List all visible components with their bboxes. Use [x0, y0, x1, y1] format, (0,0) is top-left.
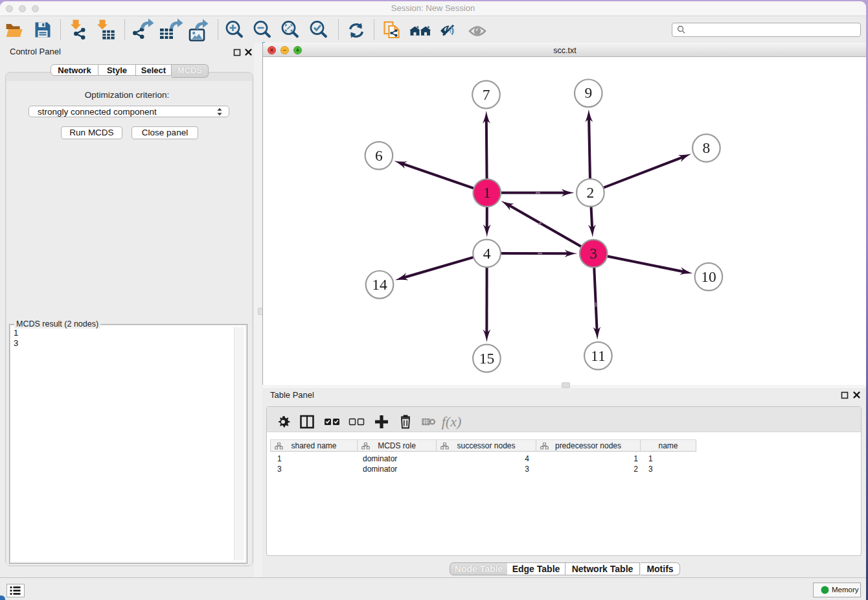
svg-text:14: 14 — [372, 276, 387, 293]
svg-text:7: 7 — [483, 86, 490, 103]
svg-text:8: 8 — [703, 139, 711, 156]
svg-text:f(x): f(x) — [442, 413, 462, 430]
svg-text:10: 10 — [701, 268, 716, 285]
svg-text:6: 6 — [375, 147, 383, 164]
svg-text:2: 2 — [587, 184, 595, 201]
svg-text:9: 9 — [584, 84, 592, 101]
svg-text:11: 11 — [591, 347, 606, 364]
svg-text:1: 1 — [483, 184, 491, 201]
svg-text:4: 4 — [483, 245, 491, 262]
svg-text:15: 15 — [479, 350, 495, 367]
svg-text:3: 3 — [589, 245, 597, 262]
